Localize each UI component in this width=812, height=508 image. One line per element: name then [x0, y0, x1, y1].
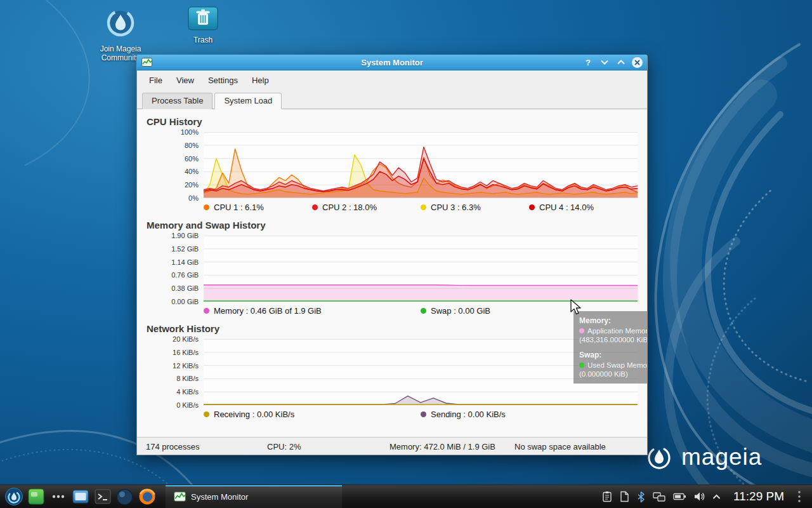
legend-item: CPU 2 : 18.0%: [312, 203, 421, 212]
section-title-memory: Memory and Swap History: [147, 220, 638, 231]
mageia-logo-text: mageia: [681, 444, 762, 471]
mageia-kickoff-icon: [4, 487, 23, 506]
terminal-icon: [95, 488, 111, 505]
status-cpu: CPU: 2%: [267, 441, 301, 451]
desktop-pager-button[interactable]: [25, 486, 47, 508]
mageia-community-icon: [103, 4, 138, 41]
network-chart[interactable]: [204, 339, 638, 405]
network-icon[interactable]: [653, 491, 665, 502]
section-title-network: Network History: [147, 323, 638, 334]
legend-item: CPU 1 : 6.1%: [204, 203, 312, 212]
bluetooth-icon[interactable]: [637, 491, 645, 503]
menu-file[interactable]: File: [142, 72, 169, 89]
tray-expand-icon[interactable]: [712, 494, 721, 500]
firefox-icon: [138, 488, 156, 505]
ellipsis-icon: [51, 489, 66, 504]
menu-settings[interactable]: Settings: [201, 72, 245, 89]
menu-view[interactable]: View: [169, 72, 201, 89]
terminal-button[interactable]: [91, 486, 114, 508]
cpu-legend: CPU 1 : 6.1%CPU 2 : 18.0%CPU 3 : 6.3%CPU…: [204, 203, 638, 212]
status-processes: 174 processes: [146, 441, 200, 451]
menubar: FileViewSettingsHelp: [137, 70, 647, 90]
mouse-cursor: [570, 299, 584, 316]
system-monitor-task-icon: [174, 491, 186, 503]
cpu-chart-row: 100%80%60%40%20%0%: [147, 132, 638, 198]
system-tray: 11:29 PM: [602, 490, 809, 504]
system-monitor-app-icon: [141, 57, 152, 68]
tooltip-memory-heading: Memory:: [579, 316, 648, 325]
system-load-content: CPU History100%80%60%40%20%0%CPU 1 : 6.1…: [137, 109, 647, 437]
taskbar: System Monitor 11:29: [0, 485, 812, 508]
close-button[interactable]: [632, 57, 643, 68]
statusbar: 174 processes CPU: 2% Memory: 472.0 MiB …: [137, 437, 647, 455]
memory-chart[interactable]: [204, 236, 638, 302]
legend-item: Memory : 0.46 GiB of 1.9 GiB: [204, 306, 421, 316]
close-icon: [634, 60, 640, 65]
tooltip-memory-line: Application Memory (483,316.000000 KiB): [579, 326, 648, 344]
legend-item: Receiving : 0.00 KiB/s: [204, 410, 421, 419]
cpu-chart[interactable]: [204, 132, 638, 198]
help-button[interactable]: ?: [582, 57, 594, 68]
notes-icon[interactable]: [620, 491, 629, 502]
status-memory: Memory: 472.0 MiB / 1.9 GiB: [390, 441, 495, 451]
mageia-logo-icon: [645, 442, 674, 472]
cpu-axis-labels: 100%80%60%40%20%0%: [147, 132, 204, 198]
chevron-down-icon: [601, 60, 608, 65]
desktop-icon-trash[interactable]: Trash: [165, 5, 241, 44]
status-swap: No swap space available: [514, 441, 606, 451]
control-center-button[interactable]: [114, 486, 136, 508]
titlebar[interactable]: System Monitor ?: [137, 55, 647, 70]
taskbar-clock[interactable]: 11:29 PM: [733, 490, 784, 504]
clipboard-icon[interactable]: [602, 491, 612, 502]
legend-dot: [529, 204, 535, 210]
desktop-icon-join-mageia[interactable]: Join Mageia Community: [82, 4, 159, 62]
chart-tooltip: Memory: Application Memory (483,316.0000…: [573, 311, 648, 384]
volume-icon[interactable]: [694, 491, 705, 502]
legend-item: CPU 4 : 14.0%: [529, 203, 638, 212]
tab-system-load[interactable]: System Load: [214, 93, 282, 109]
control-center-icon: [116, 488, 133, 505]
legend-dot: [421, 411, 426, 417]
maximize-button[interactable]: [615, 57, 627, 68]
chevron-up-icon: [617, 60, 625, 65]
legend-dot: [204, 411, 209, 417]
file-manager-icon: [72, 488, 89, 505]
mageia-logo: mageia: [645, 442, 762, 472]
legend-dot: [312, 204, 318, 210]
battery-icon[interactable]: [673, 493, 686, 500]
tooltip-memory-dot: [579, 328, 584, 333]
tooltip-swap-heading: Swap:: [579, 351, 648, 359]
file-manager-button[interactable]: [69, 486, 91, 508]
panel-toolbox-icon[interactable]: [796, 490, 803, 504]
task-label: System Monitor: [191, 492, 248, 502]
legend-item: CPU 3 : 6.3%: [421, 203, 529, 212]
desktop-pager-icon: [28, 488, 44, 505]
network-legend: Receiving : 0.00 KiB/sSending : 0.00 KiB…: [204, 410, 638, 419]
trash-icon: [187, 5, 219, 32]
menu-help[interactable]: Help: [245, 72, 276, 89]
legend-dot: [421, 308, 426, 314]
kickoff-launcher-button[interactable]: [3, 486, 25, 508]
section-title-cpu: CPU History: [147, 116, 638, 127]
tooltip-swap-line: Used Swap Memory (0.000000 KiB): [579, 361, 648, 378]
tooltip-swap-dot: [579, 363, 584, 368]
memory-chart-row: 1.90 GiB1.52 GiB1.14 GiB0.76 GiB0.38 GiB…: [147, 236, 638, 302]
network-axis-labels: 20 KiB/s16 KiB/s12 KiB/s8 KiB/s4 KiB/s0 …: [147, 339, 204, 405]
window-title: System Monitor: [137, 58, 647, 67]
tabbar: Process TableSystem Load: [137, 90, 647, 109]
shade-button[interactable]: [599, 57, 610, 68]
network-chart-row: 20 KiB/s16 KiB/s12 KiB/s8 KiB/s4 KiB/s0 …: [147, 339, 638, 405]
tab-process-table[interactable]: Process Table: [142, 93, 213, 109]
legend-dot: [204, 308, 209, 314]
more-apps-button[interactable]: [47, 486, 69, 508]
taskbar-task-system-monitor[interactable]: System Monitor: [166, 485, 342, 508]
firefox-button[interactable]: [136, 486, 158, 508]
legend-dot: [204, 204, 209, 210]
memory-axis-labels: 1.90 GiB1.52 GiB1.14 GiB0.76 GiB0.38 GiB…: [147, 236, 204, 302]
desktop-icon-label: Trash: [165, 36, 241, 44]
legend-item: Sending : 0.00 KiB/s: [421, 410, 638, 419]
legend-dot: [421, 204, 426, 210]
system-monitor-window: System Monitor ? FileViewSettingsHelp Pr…: [136, 55, 648, 455]
